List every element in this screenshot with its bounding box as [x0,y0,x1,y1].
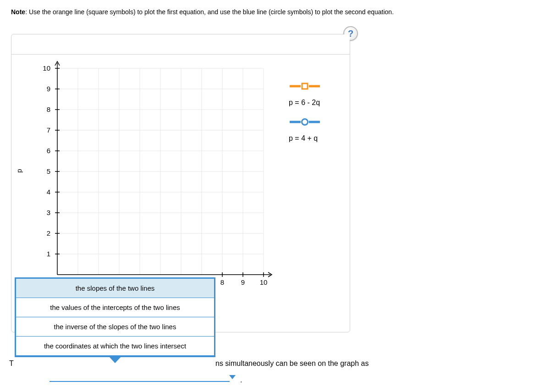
note-prefix: Note [11,8,25,16]
instruction-note: Note: Use the orange line (square symbol… [11,8,539,16]
ytick-4: 4 [47,188,50,196]
ytick-5: 5 [47,167,50,175]
legend-item-orange[interactable]: p = 6 - 2q [289,82,321,107]
dropdown-option-3[interactable]: the coordinates at which the two lines i… [16,337,214,341]
xtick-10: 10 [260,278,268,286]
ytick-1: 1 [47,250,50,258]
note-text: : Use the orange line (square symbols) t… [25,8,394,16]
square-icon [289,82,321,90]
ytick-8: 8 [47,105,50,113]
ytick-6: 6 [47,147,50,155]
ytick-2: 2 [47,229,50,237]
circle-icon [289,118,321,126]
ytick-9: 9 [47,85,50,93]
answer-dropdown[interactable]: the slopes of the two lines the values o… [15,277,215,341]
svg-point-42 [302,119,308,125]
ytick-10: 10 [43,64,50,72]
xtick-9: 9 [241,278,245,286]
svg-rect-39 [302,83,308,89]
chart-plot[interactable]: 1 2 3 4 5 6 7 8 9 10 8 9 10 [30,59,286,307]
dropdown-option-2[interactable]: the inverse of the slopes of the two lin… [16,317,214,337]
ytick-3: 3 [47,209,50,216]
ytick-7: 7 [47,126,50,134]
legend-item-blue[interactable]: p = 4 + q [289,118,321,143]
chart-legend: p = 6 - 2q p = 4 + q [289,82,321,151]
panel-header [11,34,350,55]
dropdown-option-1[interactable]: the values of the intercepts of the two … [16,298,214,317]
legend-label-orange: p = 6 - 2q [289,99,320,106]
y-axis-label: p [15,169,23,172]
legend-label-blue: p = 4 + q [289,134,318,142]
xtick-8: 8 [220,278,224,286]
dropdown-option-0[interactable]: the slopes of the two lines [16,279,214,298]
